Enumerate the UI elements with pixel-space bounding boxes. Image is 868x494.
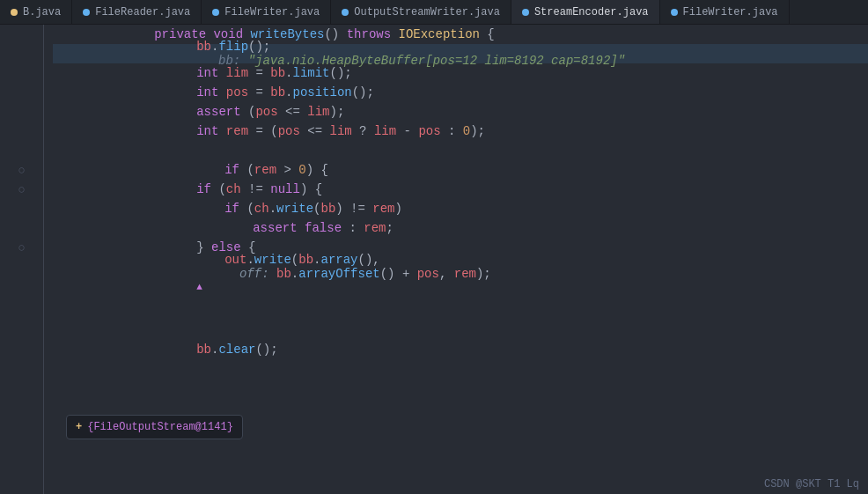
debug-tooltip: + {FileOutputStream@1141} <box>66 415 243 439</box>
gutter-line-1 <box>0 25 43 44</box>
gutter-breakpoint-1[interactable] <box>0 160 43 180</box>
gutter-line-11 <box>0 218 43 238</box>
status-text: CSDN @SKT T1 Lq <box>764 478 859 490</box>
gutter-line-3 <box>0 63 43 83</box>
code-line-bb-clear: bb.clear(); <box>53 340 868 359</box>
gutter-line-17 <box>0 335 43 354</box>
tab-streamencoder-java[interactable]: StreamEncoder.java <box>511 0 660 24</box>
code-line-int-rem: int rem = (pos <= lim ? lim - pos : 0); <box>53 122 868 141</box>
gutter-line-4 <box>0 83 43 102</box>
tab-label: FileReader.java <box>95 6 190 18</box>
tab-outputstreamwriter-java[interactable]: OutputStreamWriter.java <box>331 0 511 24</box>
gutter-line-15 <box>0 296 43 315</box>
tab-filewriter-java-2[interactable]: FileWriter.java <box>660 0 790 24</box>
gutter-line-7 <box>0 141 43 160</box>
gutter-line-5 <box>0 102 43 122</box>
line-gutter <box>0 25 44 494</box>
tab-label: FileWriter.java <box>224 6 320 18</box>
gutter-line-13 <box>0 257 43 276</box>
tooltip-plus-icon: + <box>76 421 82 433</box>
tab-filereader-java[interactable]: FileReader.java <box>72 0 202 24</box>
editor-area: private void writeBytes() throws IOExcep… <box>0 25 868 494</box>
tooltip-value: {FileOutputStream@1141} <box>87 421 233 433</box>
tab-filewriter-java-1[interactable]: FileWriter.java <box>202 0 331 24</box>
tab-b-java[interactable]: B.java <box>0 0 72 24</box>
tab-label: StreamEncoder.java <box>534 6 649 18</box>
code-line-close-brace: ▲ <box>53 276 868 296</box>
code-line-if-ch-write: if (ch.write(bb) != rem) <box>53 199 868 218</box>
gutter-line-2 <box>0 44 43 63</box>
gutter-line-16 <box>0 315 43 335</box>
tab-bar: B.java FileReader.java FileWriter.java O… <box>0 0 868 25</box>
status-bar: CSDN @SKT T1 Lq <box>755 475 868 494</box>
code-line-tooltip-area <box>53 296 868 321</box>
tab-label: OutputStreamWriter.java <box>354 6 500 18</box>
gutter-breakpoint-3[interactable] <box>0 238 43 257</box>
tab-label: B.java <box>23 6 61 18</box>
gutter-breakpoint-2[interactable] <box>0 180 43 199</box>
gutter-line-6 <box>0 122 43 141</box>
tab-label: FileWriter.java <box>683 6 778 18</box>
gutter-line-10 <box>0 199 43 218</box>
gutter-line-14 <box>0 276 43 296</box>
